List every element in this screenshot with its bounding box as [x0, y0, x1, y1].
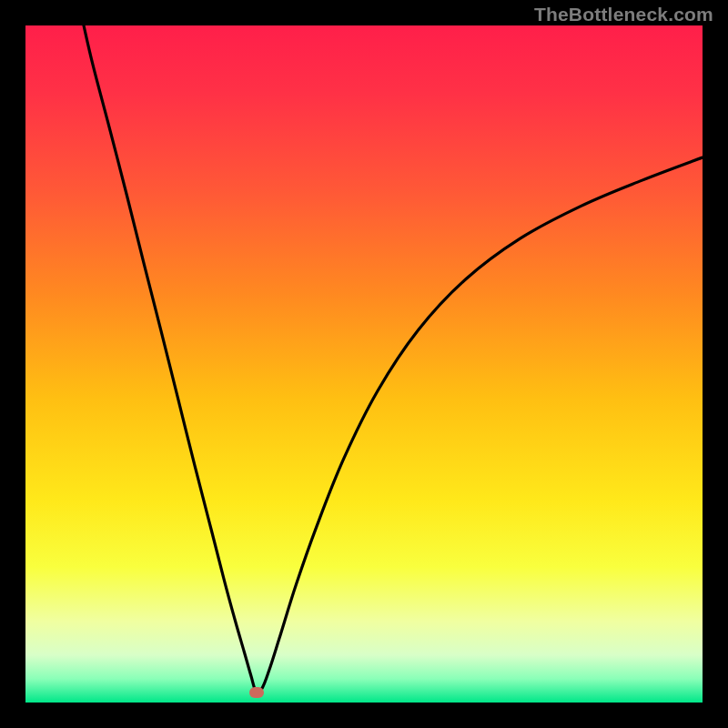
bottleneck-curve	[25, 25, 703, 703]
chart-frame: TheBottleneck.com	[0, 0, 728, 728]
watermark-text: TheBottleneck.com	[534, 4, 713, 25]
plot-area	[25, 25, 703, 703]
selected-point-marker	[249, 687, 264, 698]
